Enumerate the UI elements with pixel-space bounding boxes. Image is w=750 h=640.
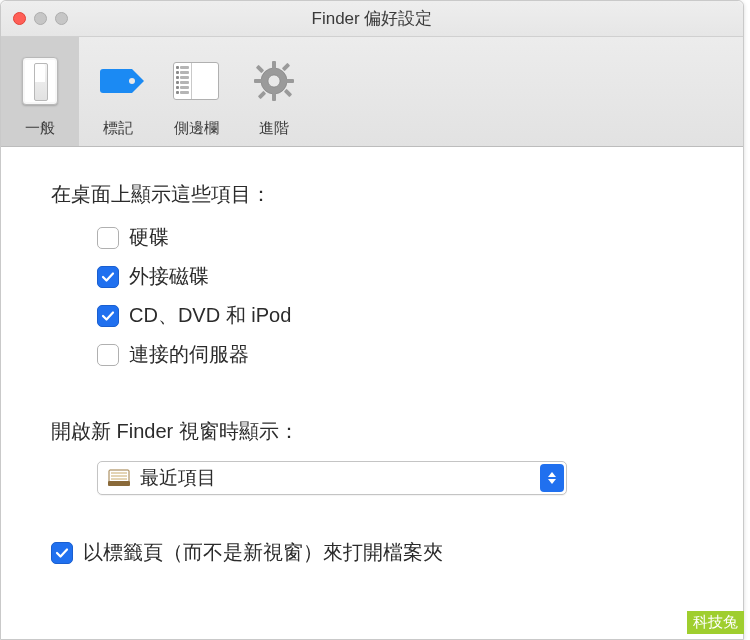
tab-tags[interactable]: 標記: [79, 37, 157, 146]
titlebar: Finder 偏好設定: [1, 1, 743, 37]
gear-icon: [250, 57, 298, 105]
check-row-servers: 連接的伺服器: [97, 341, 693, 368]
desktop-items-list: 硬碟 外接磁碟 CD、DVD 和 iPod 連接的伺服器: [97, 224, 693, 368]
checkbox-servers[interactable]: [97, 344, 119, 366]
checkbox-tabs-label: 以標籤頁（而不是新視窗）來打開檔案夾: [83, 539, 443, 566]
checkbox-cddvd[interactable]: [97, 305, 119, 327]
dropdown-row: 最近項目: [97, 461, 693, 495]
minimize-button[interactable]: [34, 12, 47, 25]
chevron-up-down-icon: [540, 464, 564, 492]
new-window-heading: 開啟新 Finder 視窗時顯示：: [51, 418, 693, 445]
new-window-dropdown[interactable]: 最近項目: [97, 461, 567, 495]
toolbar: 一般 標記: [1, 37, 743, 147]
svg-rect-2: [272, 93, 276, 101]
tab-sidebar[interactable]: 側邊欄: [157, 37, 235, 146]
svg-rect-3: [254, 79, 262, 83]
recents-icon: [104, 466, 134, 490]
checkbox-cddvd-label: CD、DVD 和 iPod: [129, 302, 291, 329]
checkbox-harddisk-label: 硬碟: [129, 224, 169, 251]
sidebar-icon: [172, 57, 220, 105]
svg-rect-1: [272, 61, 276, 69]
check-row-external: 外接磁碟: [97, 263, 693, 290]
tab-advanced[interactable]: 進階: [235, 37, 313, 146]
svg-point-9: [268, 75, 280, 87]
watermark: 科技兔: [687, 611, 744, 634]
svg-rect-7: [282, 63, 290, 71]
tab-tags-label: 標記: [103, 119, 133, 138]
traffic-lights: [1, 12, 68, 25]
dropdown-selected-label: 最近項目: [140, 465, 216, 491]
check-row-harddisk: 硬碟: [97, 224, 693, 251]
checkbox-tabs[interactable]: [51, 542, 73, 564]
checkbox-harddisk[interactable]: [97, 227, 119, 249]
tab-general[interactable]: 一般: [1, 37, 79, 146]
tab-sidebar-label: 側邊欄: [174, 119, 219, 138]
svg-rect-4: [286, 79, 294, 83]
tag-icon: [94, 57, 142, 105]
tabs-check-row: 以標籤頁（而不是新視窗）來打開檔案夾: [51, 539, 693, 566]
check-row-cddvd: CD、DVD 和 iPod: [97, 302, 693, 329]
svg-rect-5: [256, 65, 264, 73]
checkbox-external[interactable]: [97, 266, 119, 288]
tab-advanced-label: 進階: [259, 119, 289, 138]
window-title: Finder 偏好設定: [1, 7, 743, 30]
preferences-window: Finder 偏好設定 一般 標記: [0, 0, 744, 640]
tab-general-label: 一般: [25, 119, 55, 138]
general-icon: [16, 57, 64, 105]
svg-rect-6: [284, 89, 292, 97]
checkbox-servers-label: 連接的伺服器: [129, 341, 249, 368]
svg-rect-14: [108, 481, 130, 486]
content-panel: 在桌面上顯示這些項目： 硬碟 外接磁碟 CD、DVD 和 iPod: [1, 147, 743, 639]
fullscreen-button[interactable]: [55, 12, 68, 25]
desktop-items-heading: 在桌面上顯示這些項目：: [51, 181, 693, 208]
svg-rect-8: [258, 91, 266, 99]
checkbox-external-label: 外接磁碟: [129, 263, 209, 290]
close-button[interactable]: [13, 12, 26, 25]
